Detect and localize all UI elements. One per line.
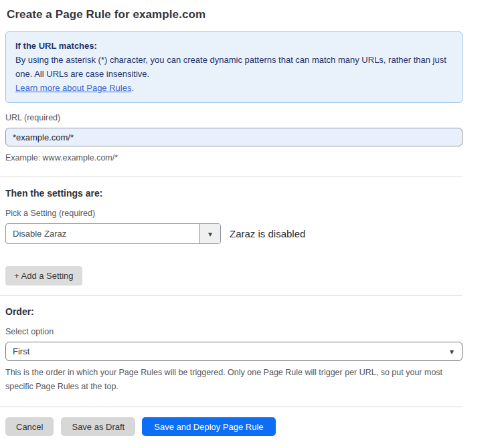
page-title: Create a Page Rule for example.com — [7, 8, 502, 21]
order-section-heading: Order: — [5, 306, 502, 317]
url-input[interactable] — [5, 128, 463, 146]
cancel-button[interactable]: Cancel — [5, 417, 54, 436]
settings-section-heading: Then the settings are: — [5, 188, 502, 199]
info-box-heading: If the URL matches: — [15, 39, 452, 53]
setting-picker-row: Disable Zaraz ▾ Zaraz is disabled — [5, 223, 502, 244]
section-divider — [0, 295, 463, 296]
order-select-label: Select option — [5, 327, 502, 336]
form-actions: Cancel Save as Draft Save and Deploy Pag… — [5, 417, 502, 436]
create-page-rule-form: Create a Page Rule for example.com If th… — [0, 0, 502, 436]
order-help-text: This is the order in which your Page Rul… — [5, 366, 461, 394]
setting-picker-arrow-button[interactable]: ▾ — [199, 224, 220, 243]
order-select-value: First — [13, 346, 29, 356]
setting-picker-value: Disable Zaraz — [6, 224, 199, 243]
add-setting-button[interactable]: + Add a Setting — [5, 266, 82, 286]
save-and-deploy-button[interactable]: Save and Deploy Page Rule — [142, 417, 275, 436]
setting-picker-label: Pick a Setting (required) — [5, 209, 502, 218]
order-select-dropdown[interactable]: First ▾ — [5, 342, 463, 361]
learn-more-link[interactable]: Learn more about Page Rules — [15, 83, 131, 93]
setting-picker-dropdown[interactable]: Disable Zaraz ▾ — [5, 223, 221, 244]
chevron-down-icon: ▾ — [208, 229, 212, 239]
url-field-label: URL (required) — [5, 113, 502, 122]
url-match-info-box: If the URL matches: By using the asteris… — [5, 31, 463, 103]
url-example-text: Example: www.example.com/* — [5, 151, 461, 165]
save-as-draft-button[interactable]: Save as Draft — [61, 417, 135, 436]
chevron-down-icon: ▾ — [450, 347, 454, 356]
footer-divider — [0, 407, 463, 407]
info-box-body: By using the asterisk (*) character, you… — [15, 53, 452, 81]
section-divider — [0, 177, 463, 177]
info-box-link-line: Learn more about Page Rules. — [15, 81, 452, 95]
setting-status-text: Zaraz is disabled — [230, 228, 305, 239]
link-suffix: . — [131, 83, 134, 93]
